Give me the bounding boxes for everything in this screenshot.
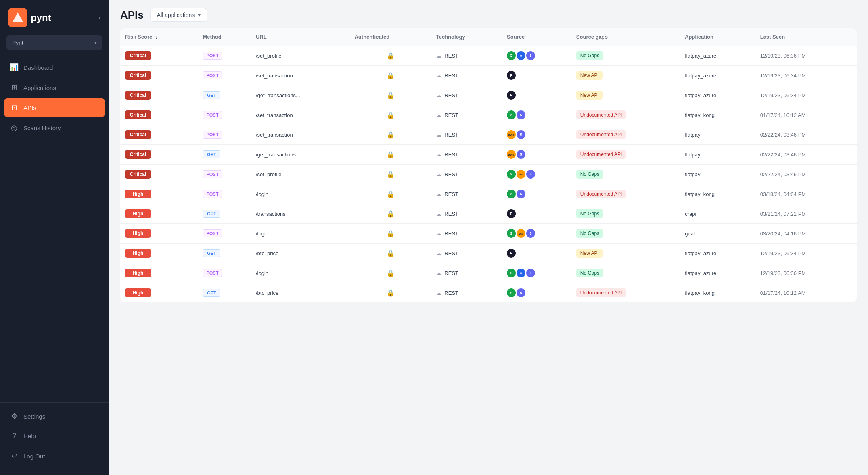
last-seen-cell: 02/22/24, 03:46 PM — [755, 145, 857, 165]
gap-badge: Undocumented API — [576, 190, 626, 198]
sidebar-item-help[interactable]: ? Help — [4, 427, 105, 445]
risk-badge: High — [125, 190, 151, 198]
application-cell: flatpay — [680, 165, 755, 184]
gap-badge: New API — [576, 71, 603, 80]
workspace-selector[interactable]: Pynt ▾ — [6, 35, 102, 50]
sort-icon: ↓ — [154, 34, 158, 40]
table-row[interactable]: Critical POST /set_transaction 🔒 ☁ REST … — [120, 66, 857, 85]
risk-score-cell: High — [120, 204, 198, 224]
authenticated-cell: 🔒 — [349, 224, 431, 244]
collapse-button[interactable]: ‹ — [99, 14, 101, 21]
table-row[interactable]: Critical POST /set_transaction 🔒 ☁ REST … — [120, 125, 857, 145]
gap-badge: No Gaps — [576, 229, 603, 238]
table-row[interactable]: Critical POST /set_transaction 🔒 ☁ REST … — [120, 105, 857, 125]
table-row[interactable]: High GET /transactions 🔒 ☁ REST P No Gap… — [120, 204, 857, 224]
table-row[interactable]: High POST /login 🔒 ☁ REST A5 Undocumente… — [120, 184, 857, 204]
lock-icon: 🔒 — [387, 151, 395, 158]
technology-label: REST — [444, 270, 458, 276]
last-seen-cell: 12/19/23, 06:34 PM — [755, 244, 857, 263]
sidebar-item-logout[interactable]: ↩ Log Out — [4, 447, 105, 465]
technology-cell: ☁ REST — [431, 204, 502, 224]
col-method: Method — [198, 28, 251, 46]
technology-cell: ☁ REST — [431, 125, 502, 145]
sidebar-item-settings[interactable]: ⚙ Settings — [4, 407, 105, 425]
source-icon-num: 5 — [517, 110, 525, 119]
source-cell: GA5 — [502, 263, 571, 283]
source-icon-black: P — [507, 209, 516, 218]
technology-cell: ☁ REST — [431, 283, 502, 303]
source-icon-black: P — [507, 91, 516, 100]
apis-table: Risk Score ↓MethodURLAuthenticatedTechno… — [120, 28, 857, 302]
lock-icon: 🔒 — [387, 290, 395, 296]
url-cell: /login — [251, 184, 350, 204]
source-icon-num: 5 — [526, 51, 535, 60]
risk-badge: High — [125, 229, 151, 238]
table-row[interactable]: High POST /login 🔒 ☁ REST GA5 No Gaps fl… — [120, 263, 857, 283]
technology-cell: ☁ REST — [431, 85, 502, 105]
risk-badge: Critical — [125, 71, 151, 80]
table-row[interactable]: Critical POST /set_profile 🔒 ☁ REST Gws5… — [120, 165, 857, 184]
method-badge: POST — [203, 111, 222, 119]
application-cell: flatpay_azure — [680, 85, 755, 105]
method-cell: GET — [198, 204, 251, 224]
source-icon-green: A — [507, 110, 516, 119]
filter-dropdown[interactable]: All applications ▾ — [150, 8, 207, 22]
method-cell: POST — [198, 184, 251, 204]
table-row[interactable]: High GET /btc_price 🔒 ☁ REST A5 Undocume… — [120, 283, 857, 303]
col-risk_score[interactable]: Risk Score ↓ — [120, 28, 198, 46]
source-icon-blue: A — [517, 51, 525, 60]
authenticated-cell: 🔒 — [349, 46, 431, 66]
technology-label: REST — [444, 112, 458, 118]
application-cell: flatpay_kong — [680, 184, 755, 204]
source-icon-blue: A — [517, 269, 525, 277]
sidebar-item-scans-history[interactable]: ◎ Scans History — [4, 119, 105, 137]
source-gaps-cell: No Gaps — [571, 204, 680, 224]
method-cell: POST — [198, 66, 251, 85]
technology-label: REST — [444, 211, 458, 217]
sidebar-item-apis[interactable]: ⊡ APIs — [4, 98, 105, 117]
url-cell: /set_transaction — [251, 105, 350, 125]
source-cell: P — [502, 244, 571, 263]
source-icon-aws: aws — [507, 130, 516, 139]
table-row[interactable]: High GET /btc_price 🔒 ☁ REST P New API f… — [120, 244, 857, 263]
table-row[interactable]: Critical GET /get_transactions... 🔒 ☁ RE… — [120, 145, 857, 165]
technology-label: REST — [444, 53, 458, 59]
sidebar-item-applications[interactable]: ⊞ Applications — [4, 78, 105, 97]
gap-badge: Undocumented API — [576, 150, 626, 159]
cloud-icon: ☁ — [436, 231, 441, 237]
workspace-name: Pynt — [12, 40, 23, 46]
source-cell: Gws5 — [502, 165, 571, 184]
col-application: Application — [680, 28, 755, 46]
sidebar-item-dashboard[interactable]: 📊 Dashboard — [4, 58, 105, 77]
risk-score-cell: Critical — [120, 105, 198, 125]
technology-label: REST — [444, 132, 458, 138]
risk-badge: High — [125, 288, 151, 297]
method-cell: POST — [198, 46, 251, 66]
source-icon-num: 5 — [526, 229, 535, 238]
url-cell: /set_profile — [251, 46, 350, 66]
technology-cell: ☁ REST — [431, 145, 502, 165]
table-row[interactable]: High POST /login 🔒 ☁ REST Gws5 No Gaps g… — [120, 224, 857, 244]
source-icon-aws: ws — [517, 170, 525, 179]
table-row[interactable]: Critical POST /set_profile 🔒 ☁ REST GA5 … — [120, 46, 857, 66]
last-seen-cell: 12/19/23, 06:34 PM — [755, 85, 857, 105]
risk-score-cell: High — [120, 224, 198, 244]
lock-icon: 🔒 — [387, 131, 395, 138]
technology-label: REST — [444, 92, 458, 98]
last-seen-cell: 12/19/23, 06:34 PM — [755, 66, 857, 85]
gap-badge: No Gaps — [576, 170, 603, 179]
source-cell: GA5 — [502, 46, 571, 66]
method-cell: GET — [198, 244, 251, 263]
lock-icon: 🔒 — [387, 210, 395, 217]
table-row[interactable]: Critical GET /get_transactions... 🔒 ☁ RE… — [120, 85, 857, 105]
method-cell: POST — [198, 125, 251, 145]
cloud-icon: ☁ — [436, 171, 441, 177]
filter-label: All applications — [157, 12, 195, 18]
url-cell: /get_transactions... — [251, 145, 350, 165]
application-cell: goat — [680, 224, 755, 244]
cloud-icon: ☁ — [436, 152, 441, 158]
last-seen-cell: 02/22/24, 03:46 PM — [755, 165, 857, 184]
source-icon-black: P — [507, 71, 516, 80]
risk-score-cell: Critical — [120, 145, 198, 165]
risk-score-cell: High — [120, 184, 198, 204]
